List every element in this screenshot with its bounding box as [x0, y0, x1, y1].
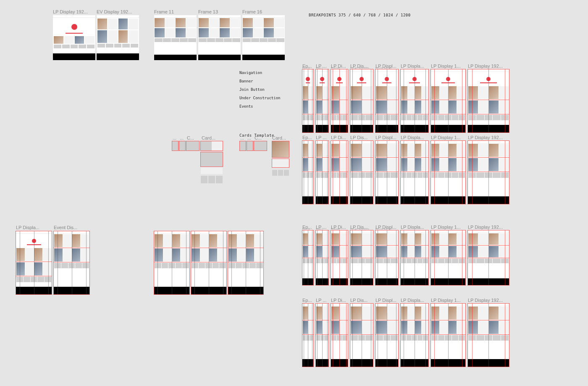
- artboard-breakpoint[interactable]: [401, 304, 428, 367]
- frame-title: LP Display 192...: [468, 135, 509, 140]
- artboard-breakpoint[interactable]: [431, 141, 465, 204]
- artboard-breakpoint[interactable]: [316, 69, 328, 132]
- component-list-item[interactable]: Banner: [239, 77, 281, 85]
- card-cluster-a-label: C...: [187, 135, 198, 140]
- artboard-breakpoint[interactable]: [431, 304, 465, 367]
- mini-card: [278, 170, 283, 176]
- mini-card: [216, 176, 223, 183]
- card-lg-stack[interactable]: [201, 152, 223, 167]
- card-md[interactable]: [254, 141, 267, 151]
- artboard-lp-redline[interactable]: [16, 231, 52, 294]
- component-list-item[interactable]: Navigation: [239, 69, 281, 77]
- artboard-breakpoint[interactable]: [331, 304, 348, 367]
- artboard-breakpoint[interactable]: [468, 304, 509, 367]
- card-cluster-b-label: Card...: [272, 135, 292, 140]
- frame-title: LP Display 1...: [431, 225, 465, 230]
- artboard-breakpoint[interactable]: [316, 230, 328, 285]
- artboard-breakpoint[interactable]: [302, 230, 313, 285]
- artboard-lp-1920[interactable]: [53, 15, 95, 60]
- artboard-breakpoint[interactable]: [316, 304, 328, 367]
- card-text: [212, 141, 223, 151]
- artboard-redline[interactable]: [154, 231, 189, 294]
- artboard-ev-1920[interactable]: [97, 15, 139, 60]
- frame-title: LP Di...: [331, 135, 348, 140]
- frame-title: LP Displ...: [375, 298, 398, 303]
- artboard-breakpoint[interactable]: [302, 141, 313, 204]
- card-image: [54, 36, 63, 44]
- artboard-breakpoint[interactable]: [350, 304, 373, 367]
- frame-title: LP Displa...: [401, 63, 428, 69]
- artboard-breakpoint[interactable]: [468, 69, 509, 132]
- artboard-breakpoint[interactable]: [302, 69, 313, 132]
- frame-title: Event Dis...: [54, 225, 87, 230]
- artboard-breakpoint[interactable]: [431, 230, 465, 285]
- artboard-breakpoint[interactable]: [350, 230, 373, 285]
- card-sm[interactable]: [247, 141, 253, 151]
- card-sm[interactable]: [179, 141, 185, 151]
- artboard-breakpoint[interactable]: [331, 69, 348, 132]
- artboard-breakpoint[interactable]: [468, 230, 509, 285]
- artboard-breakpoint[interactable]: [350, 141, 373, 204]
- card-text: [129, 30, 138, 43]
- card-xs[interactable]: [172, 141, 178, 151]
- thumb-footer: [97, 53, 139, 60]
- mini-card: [272, 170, 277, 176]
- artboard-breakpoint[interactable]: [350, 69, 373, 132]
- artboard-breakpoint[interactable]: [316, 141, 328, 204]
- card-image: [201, 141, 212, 151]
- breakpoints-label: BREAKPOINTS 375 / 640 / 768 / 1024 / 120…: [309, 13, 411, 17]
- artboard-breakpoint[interactable]: [468, 141, 509, 204]
- mini-card: [62, 45, 70, 48]
- artboard-breakpoint[interactable]: [375, 230, 398, 285]
- frame-title-11: Frame 11: [154, 9, 194, 14]
- artboard-breakpoint[interactable]: [331, 230, 348, 285]
- card-image: [118, 30, 128, 43]
- artboard-breakpoint[interactable]: [401, 141, 428, 204]
- artboard-breakpoint[interactable]: [375, 141, 398, 204]
- frame-title: LP ...: [316, 135, 328, 140]
- artboard-breakpoint[interactable]: [431, 69, 465, 132]
- frame-title: LP Display 192...: [468, 298, 509, 303]
- frame-title-ev: EV Display 192...: [97, 9, 136, 14]
- card-image: [97, 19, 107, 29]
- artboard-ev-redline[interactable]: [54, 231, 89, 294]
- frame-title-lp: LP Display 192...: [53, 9, 93, 14]
- mini-card: [97, 44, 105, 48]
- card-xs[interactable]: [240, 141, 246, 151]
- component-list-item[interactable]: Under Construction: [239, 94, 281, 102]
- thumb-footer: [53, 53, 95, 60]
- artboard-breakpoint[interactable]: [375, 69, 398, 132]
- frame-title: LP Dis...: [350, 135, 373, 140]
- artboard-breakpoint[interactable]: [401, 230, 428, 285]
- card-text: [129, 19, 138, 29]
- mini-card: [54, 45, 61, 48]
- card-cluster-b-label: ...: [240, 135, 246, 140]
- card-image: [75, 36, 84, 44]
- mini-card: [79, 45, 86, 48]
- card-image: [118, 19, 128, 29]
- frame-title: LP Display 192...: [468, 225, 509, 230]
- card-lg[interactable]: [272, 141, 289, 157]
- artboard-breakpoint[interactable]: [331, 141, 348, 204]
- frame-title: LP Di...: [331, 298, 348, 303]
- artboard-breakpoint[interactable]: [401, 69, 428, 132]
- mini-card: [122, 44, 130, 48]
- component-list-item[interactable]: Events: [239, 102, 281, 111]
- frame-title: Ep...: [302, 298, 313, 303]
- frame-title: LP Display 192...: [468, 63, 509, 69]
- card-lg[interactable]: [201, 141, 223, 151]
- card-image: [97, 30, 107, 43]
- artboard-breakpoint[interactable]: [302, 304, 313, 367]
- frame-title: Ep...: [302, 135, 313, 140]
- card-md[interactable]: [186, 141, 199, 151]
- card-text: [108, 30, 118, 43]
- artboard-redline[interactable]: [228, 231, 263, 294]
- artboard-breakpoint[interactable]: [375, 304, 398, 367]
- card-lg-caption: [272, 159, 289, 167]
- component-list: Navigation Banner Join Button Under Cons…: [239, 69, 281, 111]
- component-list-item[interactable]: Join Button: [239, 85, 281, 94]
- mini-card: [201, 176, 207, 183]
- frame-title: LP Displ...: [375, 135, 398, 140]
- artboard-redline[interactable]: [191, 231, 226, 294]
- mini-card: [114, 44, 122, 48]
